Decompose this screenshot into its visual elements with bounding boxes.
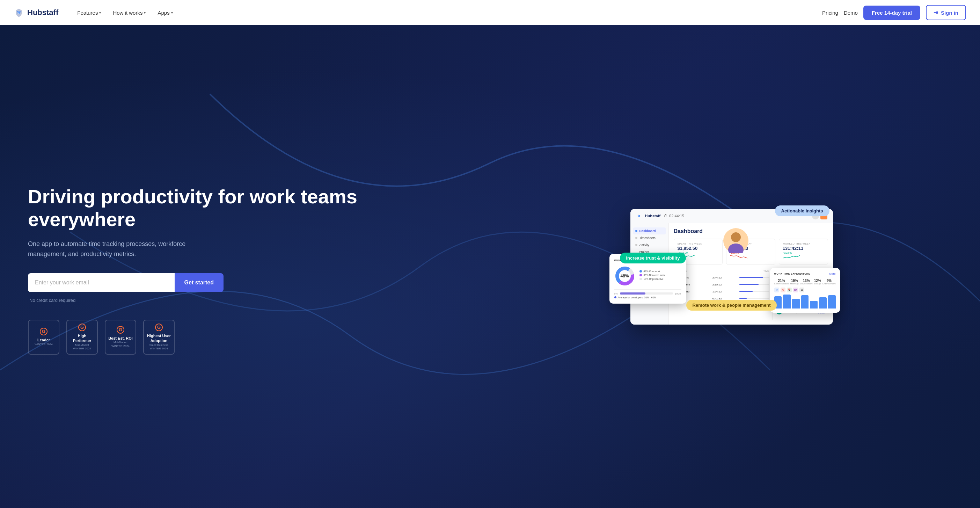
wte-cat-1: 19% Meetings bbox=[790, 279, 799, 285]
wte-categories: 21% Communication 19% Meetings 13% Devel… bbox=[774, 279, 836, 285]
g2-icon: G bbox=[155, 323, 163, 331]
badge-high-performer: G High Performer Mid-Market WINTER 2024 bbox=[66, 320, 98, 355]
wte-cat-3: 12% Design bbox=[814, 279, 821, 285]
dash-logo: Hubstaff bbox=[645, 214, 661, 218]
signin-button[interactable]: ⇥ Sign in bbox=[926, 5, 966, 20]
hero-right: Actionable insights Increase trust & vis… bbox=[490, 25, 980, 508]
wte-cat-0: 21% Communication bbox=[774, 279, 789, 285]
wte-icon-1: G bbox=[781, 288, 786, 292]
hero-form: Get started bbox=[28, 273, 224, 292]
wte-bar-2 bbox=[792, 299, 800, 309]
wte-cat-2: 13% Development bbox=[800, 279, 812, 285]
wtc-bar-section: 0% 100% Average for developers: 52% - 65… bbox=[614, 289, 681, 299]
nav-links: Features ▾ How it works ▾ Apps ▾ bbox=[72, 7, 822, 19]
svg-point-5 bbox=[731, 233, 741, 242]
time-col-header: Time bbox=[764, 270, 769, 272]
no-credit-card-text: No credit card required bbox=[28, 298, 469, 303]
badges-row: G Leader WINTER 2024 G High Performer Mi… bbox=[28, 320, 469, 355]
wte-icons-row: ✉ G 📅 ☎ ⊞ bbox=[774, 288, 836, 292]
wte-icon-4: ⊞ bbox=[799, 288, 804, 292]
nav-apps[interactable]: Apps ▾ bbox=[153, 7, 177, 19]
wtc-noncore: 39% Non-core work bbox=[640, 274, 681, 276]
badge-highest-adoption: G Highest User Adoption Small Business W… bbox=[143, 320, 175, 355]
logo[interactable]: Hubstaff bbox=[14, 8, 58, 18]
wtc-legend: 48% Core work 39% Non-core work 13% Unpr… bbox=[640, 270, 681, 282]
hero-subtitle: One app to automate time tracking proces… bbox=[28, 239, 210, 259]
wte-icon-2: 📅 bbox=[787, 288, 792, 292]
hero-left: Driving productivity for work teams ever… bbox=[0, 25, 490, 508]
wtc-avg-dot bbox=[614, 296, 616, 298]
nav-features[interactable]: Features ▾ bbox=[72, 7, 106, 19]
get-started-button[interactable]: Get started bbox=[175, 273, 224, 292]
wte-bar-3 bbox=[801, 295, 809, 309]
trial-button[interactable]: Free 14-day trial bbox=[863, 6, 920, 20]
nav-how-it-works[interactable]: How it works ▾ bbox=[108, 7, 151, 19]
sidebar-dashboard[interactable]: Dashboard bbox=[633, 228, 666, 234]
wte-card: WORK TIME EXPENDITURE More 21% Communica… bbox=[770, 268, 840, 313]
wte-bar-1 bbox=[783, 295, 791, 309]
wtc-bar-row: 0% 100% bbox=[614, 292, 681, 295]
features-chevron-icon: ▾ bbox=[99, 11, 101, 15]
dash-projects: PROJECTS Time Chargepoint 2:44:12 Develo… bbox=[674, 270, 769, 320]
apps-chevron-icon: ▾ bbox=[171, 11, 173, 15]
sidebar-timesheets[interactable]: Timesheets bbox=[633, 234, 666, 241]
insights-label: Actionable insights bbox=[775, 205, 829, 216]
wtc-donut: 48% bbox=[614, 266, 635, 287]
wte-header: WORK TIME EXPENDITURE More bbox=[774, 272, 836, 275]
nav-demo[interactable]: Demo bbox=[844, 10, 858, 16]
wte-cat-4: 9% Entertainment bbox=[822, 279, 835, 285]
dash-stats: SPENT THIS WEEK $1,852.50 +$211.00 WORKE… bbox=[674, 239, 828, 265]
person-avatar bbox=[723, 228, 748, 255]
wtc-unproductive: 13% Unproductive bbox=[640, 278, 681, 280]
wtc-bar-track bbox=[620, 292, 673, 295]
remote-label: Remote work & people management bbox=[686, 300, 777, 311]
svg-point-1 bbox=[18, 13, 19, 14]
stat-worked-week: WORKED THIS WEEK 131:42:11 +1:22:03 bbox=[779, 239, 828, 265]
trust-label: Increase trust & visibility bbox=[620, 253, 686, 263]
dashboard-mockup: Actionable insights Increase trust & vis… bbox=[630, 209, 833, 325]
g2-icon: G bbox=[117, 326, 124, 334]
wte-bar-6 bbox=[828, 295, 836, 309]
wte-bars bbox=[774, 295, 836, 309]
svg-point-3 bbox=[638, 215, 639, 216]
wtc-avg: Average for developers: 52% - 65% bbox=[614, 296, 681, 299]
hero-title: Driving productivity for work teams ever… bbox=[28, 186, 469, 231]
wte-bar-4 bbox=[810, 301, 818, 309]
logo-text: Hubstaff bbox=[27, 8, 58, 17]
project-row-1: Development 2:15:52 bbox=[674, 281, 769, 288]
wte-more-button[interactable]: More bbox=[829, 272, 835, 275]
dash-title: Dashboard bbox=[674, 228, 828, 234]
wtc-body: 48% 48% Core work 39% Non-core work bbox=[614, 266, 681, 287]
badge-leader: G Leader WINTER 2024 bbox=[28, 320, 59, 355]
wte-icon-3: ☎ bbox=[793, 288, 798, 292]
nav-pricing[interactable]: Pricing bbox=[822, 10, 838, 16]
project-row-0: Chargepoint 2:44:12 bbox=[674, 274, 769, 281]
signin-icon: ⇥ bbox=[934, 10, 938, 16]
navbar: Hubstaff Features ▾ How it works ▾ Apps … bbox=[0, 0, 980, 25]
sidebar-activity[interactable]: Activity bbox=[633, 241, 666, 248]
wte-bar-5 bbox=[819, 297, 827, 309]
wte-icon-0: ✉ bbox=[774, 288, 779, 292]
wtc-core: 48% Core work bbox=[640, 270, 681, 272]
wtc-bar-fill bbox=[620, 292, 646, 295]
project-row-2: Desk & Field 1:24:12 bbox=[674, 288, 769, 295]
badge-best-roi: G Best Est. ROI Mid-Market WINTER 2024 bbox=[105, 320, 136, 355]
hero-section: Driving productivity for work teams ever… bbox=[0, 25, 980, 508]
howitworks-chevron-icon: ▾ bbox=[144, 11, 146, 15]
dash-timer: ⏱ 02:44:15 bbox=[664, 214, 684, 218]
g2-icon: G bbox=[78, 323, 86, 331]
nav-right: Pricing Demo Free 14-day trial ⇥ Sign in bbox=[822, 5, 966, 20]
g2-icon: G bbox=[40, 328, 48, 335]
email-input[interactable] bbox=[28, 273, 175, 292]
